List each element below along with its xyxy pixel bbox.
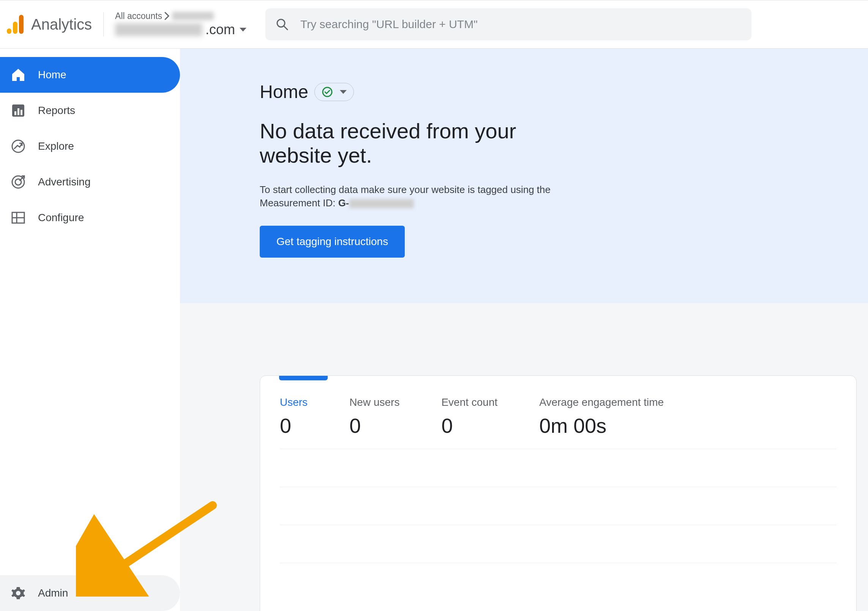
product-name: Analytics xyxy=(31,16,92,33)
svg-rect-2 xyxy=(19,15,24,34)
sidebar-item-advertising[interactable]: Advertising xyxy=(0,164,180,200)
breadcrumb-label: All accounts xyxy=(115,11,162,22)
metric-value: 0m 00s xyxy=(539,414,664,437)
sidebar-item-label: Admin xyxy=(38,587,68,599)
sidebar-item-configure[interactable]: Configure xyxy=(0,200,180,236)
metric-label: Event count xyxy=(441,396,497,408)
reports-icon xyxy=(11,103,26,118)
hero-subtext: To start collecting data make sure your … xyxy=(260,183,560,210)
sidebar-item-reports[interactable]: Reports xyxy=(0,93,180,128)
metric-event-count[interactable]: Event count 0 xyxy=(441,396,497,437)
metric-value: 0 xyxy=(349,414,399,437)
svg-line-4 xyxy=(284,26,287,30)
gear-icon xyxy=(11,586,26,601)
status-chip[interactable] xyxy=(314,83,354,101)
svg-rect-1 xyxy=(13,22,17,34)
advertising-icon xyxy=(11,174,26,190)
metric-new-users[interactable]: New users 0 xyxy=(349,396,399,437)
search-input[interactable] xyxy=(300,18,742,31)
measurement-id-prefix: G- xyxy=(338,197,349,209)
property-name-redacted xyxy=(115,23,202,36)
sidebar: Home Reports Explore xyxy=(0,49,180,611)
chart-placeholder xyxy=(260,449,856,611)
tab-indicator xyxy=(279,376,328,380)
chevron-right-icon xyxy=(164,12,170,20)
check-circle-icon xyxy=(322,86,333,98)
divider xyxy=(103,12,104,36)
breadcrumb: All accounts xyxy=(115,11,246,22)
svg-point-15 xyxy=(16,591,21,595)
sidebar-item-label: Home xyxy=(38,69,66,81)
sidebar-item-home[interactable]: Home xyxy=(0,57,180,93)
hero-heading: No data received from your website yet. xyxy=(260,119,571,168)
explore-icon xyxy=(11,139,26,154)
svg-rect-6 xyxy=(14,111,16,115)
account-name-redacted xyxy=(172,12,214,20)
home-icon xyxy=(11,67,26,82)
metric-value: 0 xyxy=(441,414,497,437)
metric-label: Users xyxy=(280,396,308,408)
svg-rect-0 xyxy=(7,28,11,34)
sidebar-item-label: Reports xyxy=(38,104,75,117)
metrics-card: Users 0 New users 0 Event count 0 Averag… xyxy=(260,375,857,611)
page-title: Home xyxy=(260,81,308,102)
measurement-id-redacted xyxy=(349,199,414,208)
account-picker[interactable]: All accounts .com xyxy=(115,11,246,38)
sidebar-item-label: Configure xyxy=(38,212,84,224)
product-logo[interactable]: Analytics xyxy=(7,14,92,35)
search-bar[interactable] xyxy=(265,8,751,40)
svg-rect-7 xyxy=(17,108,19,115)
chevron-down-icon xyxy=(240,28,246,32)
metric-users[interactable]: Users 0 xyxy=(280,396,308,437)
search-icon xyxy=(275,17,289,31)
sidebar-item-label: Advertising xyxy=(38,176,91,188)
sidebar-item-admin[interactable]: Admin xyxy=(0,575,180,611)
metric-label: New users xyxy=(349,396,399,408)
metric-value: 0 xyxy=(280,414,308,437)
sidebar-item-label: Explore xyxy=(38,140,74,152)
metric-label: Average engagement time xyxy=(539,396,664,408)
main-content: Home No data received from your website … xyxy=(180,49,868,611)
svg-rect-8 xyxy=(21,110,22,115)
configure-icon xyxy=(11,210,26,225)
hero-banner: Home No data received from your website … xyxy=(180,49,868,303)
chevron-down-icon xyxy=(340,90,347,94)
property-suffix: .com xyxy=(205,21,235,38)
get-tagging-instructions-button[interactable]: Get tagging instructions xyxy=(260,226,405,258)
sidebar-item-explore[interactable]: Explore xyxy=(0,128,180,164)
app-header: Analytics All accounts .com xyxy=(0,0,868,49)
metric-avg-engagement[interactable]: Average engagement time 0m 00s xyxy=(539,396,664,437)
analytics-logo-icon xyxy=(7,14,24,35)
